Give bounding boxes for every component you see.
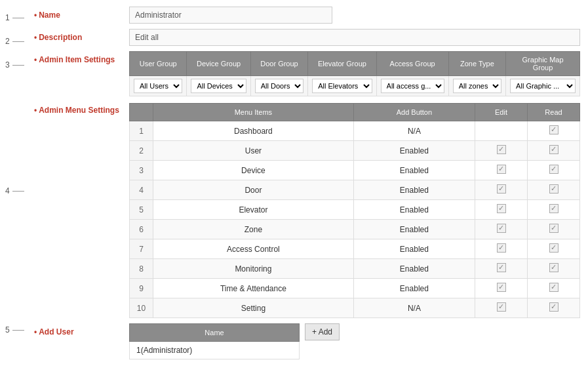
list-item: 1(Administrator): [130, 342, 300, 359]
admin-item-settings-table: User Group Device Group Door Group Eleva…: [129, 51, 580, 96]
read-checkbox-4[interactable]: [549, 184, 559, 194]
add-user-name-col-header: Name: [130, 324, 300, 342]
add-user-content: Name 1(Administrator) + Add: [129, 323, 340, 359]
admin-menu-settings-row: • Admin Menu Settings Menu Items Add But…: [34, 102, 580, 318]
admin-item-settings-content: User Group Device Group Door Group Eleva…: [129, 51, 580, 96]
admin-item-settings-label: • Admin Item Settings: [34, 51, 129, 64]
name-row: • Name: [34, 7, 580, 24]
door-group-select[interactable]: All Doors: [255, 79, 304, 93]
line-number-1: 1: [5, 13, 34, 22]
page-layout: 1 2 3 4 5 • Name: [0, 0, 588, 368]
col-header-device-group: Device Group: [187, 52, 250, 76]
edit-checkbox-2[interactable]: [497, 145, 506, 154]
main-content: • Name • Description • Admin Item Settin…: [34, 0, 588, 368]
table-row: 1 Dashboard N/A: [130, 121, 580, 141]
menu-col-add-button: Add Button: [353, 104, 475, 121]
user-group-select[interactable]: All Users: [134, 79, 182, 93]
edit-checkbox-7[interactable]: [497, 243, 506, 253]
read-checkbox-9[interactable]: [549, 283, 559, 292]
line-number-2: 2: [5, 37, 34, 46]
add-user-row: • Add User Name 1(Administrator): [34, 323, 580, 359]
name-input[interactable]: [129, 7, 332, 24]
table-row: 2 User Enabled: [130, 141, 580, 161]
graphic-map-group-select[interactable]: All Graphic ...: [510, 79, 576, 93]
admin-item-settings-row: • Admin Item Settings User Group Device …: [34, 51, 580, 96]
admin-menu-settings-table: Menu Items Add Button Edit Read 1 Dashbo…: [129, 103, 580, 318]
table-row: 4 Door Enabled: [130, 180, 580, 200]
name-label: • Name: [34, 10, 129, 20]
description-row: • Description: [34, 29, 580, 46]
edit-checkbox-6[interactable]: [497, 224, 506, 233]
menu-col-read: Read: [528, 104, 580, 121]
col-header-zone-type: Zone Type: [448, 52, 505, 76]
read-checkbox-5[interactable]: [549, 204, 559, 213]
table-row: 8 Monitoring Enabled: [130, 259, 580, 279]
admin-menu-settings-label: • Admin Menu Settings: [34, 102, 129, 115]
edit-checkbox-3[interactable]: [497, 165, 506, 174]
table-row: 10 Setting N/A: [130, 298, 580, 318]
admin-menu-settings-content: Menu Items Add Button Edit Read 1 Dashbo…: [129, 102, 580, 318]
elevator-group-select[interactable]: All Elevators: [312, 79, 372, 93]
device-group-select[interactable]: All Devices: [191, 79, 246, 93]
read-checkbox-3[interactable]: [549, 165, 559, 174]
read-checkbox-8[interactable]: [549, 263, 559, 272]
line-number-3: 3: [5, 60, 34, 70]
edit-checkbox-10[interactable]: [497, 302, 506, 312]
edit-checkbox-5[interactable]: [497, 204, 506, 213]
read-checkbox-1[interactable]: [549, 125, 559, 134]
user-entry-1: 1(Administrator): [130, 342, 300, 359]
access-group-select[interactable]: All access g...: [381, 79, 444, 93]
edit-checkbox-4[interactable]: [497, 184, 506, 194]
menu-col-edit: Edit: [475, 104, 528, 121]
edit-checkbox-9[interactable]: [497, 283, 506, 292]
description-label: • Description: [34, 33, 129, 42]
zone-type-select[interactable]: All zones: [453, 79, 501, 93]
col-header-graphic-map-group: Graphic Map Group: [506, 52, 580, 76]
line-number-sidebar: 1 2 3 4 5: [0, 0, 34, 368]
table-row: 5 Elevator Enabled: [130, 200, 580, 220]
edit-checkbox-8[interactable]: [497, 263, 506, 272]
line-number-5: 5: [5, 325, 34, 335]
read-checkbox-7[interactable]: [549, 243, 559, 253]
add-user-label: • Add User: [34, 323, 129, 337]
menu-col-num: [130, 104, 153, 121]
read-checkbox-2[interactable]: [549, 145, 559, 154]
menu-col-items: Menu Items: [153, 104, 354, 121]
col-header-access-group: Access Group: [376, 52, 448, 76]
table-row: 9 Time & Attendance Enabled: [130, 279, 580, 298]
add-user-button[interactable]: + Add: [305, 323, 340, 340]
read-checkbox-6[interactable]: [549, 224, 559, 233]
col-header-user-group: User Group: [130, 52, 187, 76]
description-input[interactable]: [129, 29, 580, 46]
table-row: 3 Device Enabled: [130, 161, 580, 180]
table-row: 6 Zone Enabled: [130, 220, 580, 239]
add-user-table: Name 1(Administrator): [129, 323, 300, 359]
line-number-4: 4: [5, 186, 34, 195]
table-row: 7 Access Control Enabled: [130, 239, 580, 259]
col-header-elevator-group: Elevator Group: [308, 52, 376, 76]
read-checkbox-10[interactable]: [549, 302, 559, 312]
col-header-door-group: Door Group: [250, 52, 307, 76]
